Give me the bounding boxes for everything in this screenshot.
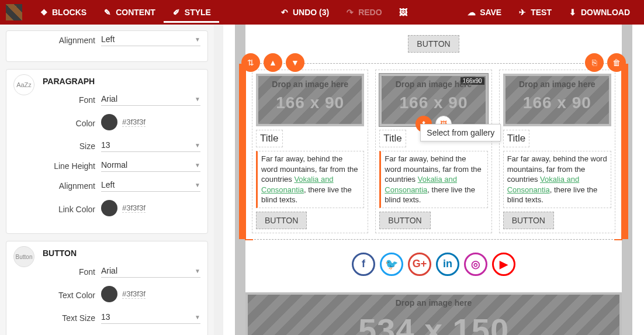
googleplus-icon[interactable]: G+ (408, 253, 431, 276)
color-value[interactable]: #3f3f3f (122, 118, 146, 127)
size-select[interactable]: 13▼ (101, 140, 200, 152)
paragraph-preview-icon: AaZz (13, 74, 34, 95)
text-element[interactable]: Far far away, behind the word mountains,… (256, 151, 364, 208)
alignment-select[interactable]: Left▼ (101, 34, 200, 46)
textsize-label: Text Size (13, 313, 101, 323)
column-3[interactable]: Drop an image here166 x 90 Title Far far… (499, 70, 615, 233)
alignment-label: Alignment (13, 181, 101, 191)
chevron-down-icon: ▼ (195, 268, 200, 274)
cloud-icon: ☁ (467, 8, 476, 17)
linkcolor-picker[interactable]: #3f3f3f (101, 200, 200, 218)
chevron-down-icon: ▼ (195, 96, 200, 102)
textsize-select[interactable]: 13▼ (101, 312, 200, 324)
move-handle[interactable]: ⇅ (241, 53, 260, 72)
linkcolor-value[interactable]: #3f3f3f (122, 203, 146, 213)
text-element[interactable]: Far far away, behind the word mountains,… (379, 151, 487, 208)
panel-paragraph: AaZz PARAGRAPH FontArial▼ Color#3f3f3f S… (6, 69, 208, 234)
column-button[interactable]: BUTTON (503, 212, 554, 229)
app-logo[interactable] (6, 4, 22, 20)
tab-blocks-label: BLOCKS (52, 8, 86, 17)
textcolor-value[interactable]: #3f3f3f (122, 289, 146, 299)
down-handle[interactable]: ▼ (286, 53, 304, 72)
tab-style[interactable]: ✐STYLE (164, 2, 219, 23)
chevron-down-icon: ▼ (195, 314, 200, 320)
save-button[interactable]: ☁SAVE (459, 2, 510, 23)
chevron-down-icon: ▼ (195, 182, 200, 188)
column-1[interactable]: Drop an image here166 x 90 Title Far far… (252, 70, 368, 233)
redo-label: REDO (358, 8, 382, 17)
button-preview-icon: Button (13, 246, 34, 267)
tab-content[interactable]: ✎CONTENT (95, 2, 164, 23)
lineheight-label: Line Height (13, 161, 101, 171)
send-icon: ✈ (518, 8, 527, 17)
large-image-block[interactable]: Drop an image here534 x 150 (245, 292, 622, 335)
image-placeholder-selected[interactable]: 166x90 Drop an image here166 x 90 ⬆ 🖼 (379, 74, 487, 126)
title-element[interactable]: Title (503, 130, 530, 147)
test-button[interactable]: ✈TEST (510, 2, 560, 23)
pencil-icon: ✎ (103, 8, 112, 17)
social-block[interactable]: f 🐦 G+ in ◎ ▶ (245, 240, 622, 289)
image-placeholder-large[interactable]: Drop an image here534 x 150 (245, 292, 622, 335)
redo-button[interactable]: ↷REDO (337, 2, 390, 23)
text-element[interactable]: Far far away, behind the word mountains,… (503, 151, 611, 208)
lineheight-select[interactable]: Normal▼ (101, 160, 200, 172)
title-element[interactable]: Title (256, 130, 283, 147)
up-handle[interactable]: ▲ (264, 53, 282, 72)
color-swatch[interactable] (101, 200, 117, 216)
color-swatch[interactable] (101, 286, 117, 302)
font-label: Font (13, 267, 101, 277)
undo-button[interactable]: ↶UNDO (3) (272, 2, 337, 23)
download-button[interactable]: ⬇DOWNLOAD (560, 2, 638, 23)
chevron-down-icon: ▼ (195, 162, 200, 168)
linkedin-icon[interactable]: in (436, 253, 459, 276)
download-label: DOWNLOAD (581, 8, 630, 17)
font-select[interactable]: Arial▼ (101, 266, 200, 278)
twitter-icon[interactable]: 🐦 (380, 253, 403, 276)
font-select[interactable]: Arial▼ (101, 94, 200, 106)
canvas-area[interactable]: BUTTON ⇅ ▲ ▼ ⎘ 🗑 (223, 25, 644, 335)
size-label: Size (13, 141, 101, 151)
redo-icon: ↷ (345, 8, 355, 17)
main-toolbar: ❖BLOCKS ✎CONTENT ✐STYLE ↶UNDO (3) ↷REDO … (0, 0, 644, 25)
font-label: Font (13, 95, 101, 105)
duplicate-button[interactable]: ⎘ (585, 53, 604, 72)
canvas-button[interactable]: BUTTON (408, 35, 459, 53)
alignment-label: Alignment (13, 36, 101, 45)
instagram-icon[interactable]: ◎ (464, 253, 487, 276)
style-sidebar: Alignment Left▼ AaZz PARAGRAPH FontArial… (0, 25, 214, 335)
tab-content-label: CONTENT (116, 8, 155, 17)
image-placeholder[interactable]: Drop an image here166 x 90 (256, 74, 364, 126)
delete-button[interactable]: 🗑 (607, 53, 626, 72)
tab-style-label: STYLE (185, 8, 211, 17)
column-button[interactable]: BUTTON (379, 212, 430, 229)
sidebar-scrollbar[interactable] (214, 25, 223, 335)
download-icon: ⬇ (568, 8, 577, 17)
gallery-button[interactable]: 🖼 (390, 2, 416, 23)
image-placeholder[interactable]: Drop an image here166 x 90 (503, 74, 611, 126)
tab-blocks[interactable]: ❖BLOCKS (31, 2, 95, 23)
gallery-tooltip: Select from gallery (420, 124, 501, 141)
save-label: SAVE (480, 8, 501, 17)
paragraph-title: PARAGRAPH (43, 77, 200, 86)
selected-block[interactable]: ⇅ ▲ ▼ ⎘ 🗑 Drop an image here166 x 90 (245, 63, 622, 240)
blocks-icon: ❖ (39, 8, 49, 17)
title-element[interactable]: Title (379, 130, 406, 147)
column-button[interactable]: BUTTON (256, 212, 307, 229)
color-picker[interactable]: #3f3f3f (101, 114, 200, 132)
undo-label: UNDO (3) (293, 8, 329, 17)
image-icon: 🖼 (399, 8, 408, 17)
textcolor-picker[interactable]: #3f3f3f (101, 286, 200, 304)
panel-button: Button BUTTON FontArial▼ Text Color#3f3f… (6, 241, 208, 335)
linkcolor-label: Link Color (13, 205, 101, 214)
textcolor-label: Text Color (13, 291, 101, 300)
column-2[interactable]: 166x90 Drop an image here166 x 90 ⬆ 🖼 Se… (375, 70, 491, 233)
color-label: Color (13, 119, 101, 128)
color-swatch[interactable] (101, 114, 117, 130)
chevron-down-icon: ▼ (195, 142, 200, 148)
alignment-select[interactable]: Left▼ (101, 180, 200, 192)
chevron-down-icon: ▼ (195, 36, 200, 43)
youtube-icon[interactable]: ▶ (492, 253, 515, 276)
facebook-icon[interactable]: f (352, 253, 375, 276)
test-label: TEST (531, 8, 552, 17)
panel-top: Alignment Left▼ (6, 30, 208, 62)
